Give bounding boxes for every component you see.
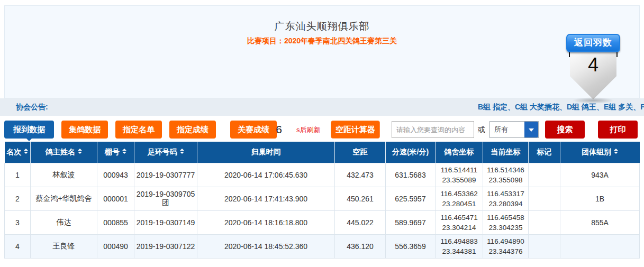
cell-team-group: 1B [560, 187, 640, 211]
refresh-countdown: 6 [271, 121, 287, 139]
print-button[interactable]: 打印 [598, 121, 638, 139]
toolbar-tab[interactable]: 指定名单 [115, 121, 162, 139]
toolbar-tabs: 报到数据集鸽数据指定名单指定成绩关赛成绩 [4, 121, 284, 139]
column-label: 空距 [353, 148, 368, 156]
cell-distance: 450.261 [335, 187, 386, 211]
cell-loft-coord: 116.51441123.355089 [436, 163, 483, 187]
cell-loft-coord: 116.46547123.304214 [436, 211, 483, 235]
sort-icon [24, 149, 28, 154]
returned-count: 4 [588, 54, 598, 99]
column-header-owner[interactable]: 鸽主姓名 [31, 142, 97, 163]
column-header-team-group[interactable]: 团体组别 [560, 142, 640, 163]
sort-icon [614, 149, 618, 154]
table-row: 3伟达0008552019-19-03071492020-06-14 18:16… [5, 211, 640, 235]
distance-calculator-button[interactable]: 空距计算器 [331, 121, 380, 139]
cell-team-group: 855A [560, 211, 640, 235]
cell-owner: 林叙波 [31, 163, 97, 187]
cell-owner: 伟达 [31, 211, 97, 235]
cell-loft-no: 000943 [97, 163, 134, 187]
column-header-current-coord: 当前坐标 [483, 142, 529, 163]
cell-distance: 432.473 [335, 163, 386, 187]
cell-loft-no: 000490 [97, 235, 134, 259]
column-header-rank[interactable]: 名次 [5, 142, 31, 163]
cell-mark [529, 211, 560, 235]
event-subtitle: 比赛项目：2020年春季南北四关鸽王赛第三关 [5, 36, 639, 46]
column-header-arrival-time: 归巢时间 [197, 142, 335, 163]
filter-select[interactable]: 所有 [489, 121, 539, 138]
cell-loft-no: 000001 [97, 187, 134, 211]
column-header-mark: 标记 [529, 142, 560, 163]
search-button[interactable]: 搜索 [545, 121, 585, 139]
cell-current-coord: 116.46545823.304235 [483, 211, 529, 235]
page-title: 广东汕头顺翔俱乐部 [5, 20, 639, 33]
cell-speed: 631.5683 [386, 163, 436, 187]
results-table: 名次鸽主姓名棚号足环号码归巢时间空距分速(米/分)鸽舍坐标当前坐标标记团体组别 … [4, 142, 640, 259]
cell-rank: 1 [5, 163, 31, 187]
badge-shadow [572, 97, 614, 104]
table-row: 4王良锋0004902019-19-03071222020-06-14 18:4… [5, 235, 640, 259]
cell-distance: 445.022 [335, 211, 386, 235]
cell-ring-no: 2019-19-0307122 [134, 235, 197, 259]
cell-mark [529, 163, 560, 187]
column-label: 团体组别 [582, 148, 611, 156]
cell-current-coord: 116.51434623.355098 [483, 163, 529, 187]
cell-arrival-time: 2020-06-14 17:41:43.900 [197, 187, 335, 211]
cell-arrival-time: 2020-06-14 17:06:45.630 [197, 163, 335, 187]
toolbar-tab[interactable]: 集鸽数据 [61, 121, 108, 139]
column-header-speed: 分速(米/分) [386, 142, 436, 163]
toolbar-tab[interactable]: 指定成绩 [169, 121, 216, 139]
table-row: 1林叙波0009432019-19-03077772020-06-14 17:0… [5, 163, 640, 187]
cell-team-group [560, 235, 640, 259]
shield-icon: 4 [570, 48, 616, 99]
search-input[interactable] [392, 121, 474, 138]
column-header-loft-coord: 鸽舍坐标 [436, 142, 483, 163]
toolbar-tab[interactable]: 报到数据 [4, 121, 54, 139]
column-label: 足环号码 [148, 148, 177, 156]
sort-icon [78, 149, 82, 154]
cell-ring-no: 2019-19-0307149 [134, 211, 197, 235]
column-label: 鸽主姓名 [46, 148, 75, 156]
column-label: 棚号 [105, 148, 120, 156]
refresh-suffix-label: s后刷新 [296, 121, 321, 139]
or-label: 或 [478, 121, 485, 139]
cell-owner: 王良锋 [31, 235, 97, 259]
cell-rank: 2 [5, 187, 31, 211]
column-header-loft-no[interactable]: 棚号 [97, 142, 134, 163]
cell-loft-no: 000855 [97, 211, 134, 235]
cell-speed: 589.9697 [386, 211, 436, 235]
column-header-ring-no[interactable]: 足环号码 [134, 142, 197, 163]
event-label: 比赛项目： [247, 36, 284, 45]
cell-rank: 3 [5, 211, 31, 235]
cell-rank: 4 [5, 235, 31, 259]
sort-icon [122, 149, 126, 154]
toolbar-tab[interactable]: 关赛成绩 [230, 121, 277, 139]
cell-current-coord: 116.45331723.280394 [483, 187, 529, 211]
cell-mark [529, 187, 560, 211]
sort-icon [180, 149, 184, 154]
cell-speed: 556.3659 [386, 235, 436, 259]
badge-ribbon: 返回羽数 [566, 34, 620, 52]
chevron-down-icon[interactable] [524, 122, 538, 137]
column-label: 鸽舍坐标 [445, 148, 474, 156]
cell-ring-no: 2019-19-0307777 [134, 163, 197, 187]
filter-select-value: 所有 [494, 122, 508, 137]
cell-loft-coord: 116.45336223.280451 [436, 187, 483, 211]
column-label: 归巢时间 [251, 148, 281, 156]
table-header-row: 名次鸽主姓名棚号足环号码归巢时间空距分速(米/分)鸽舍坐标当前坐标标记团体组别 [5, 142, 640, 163]
cell-speed: 625.5957 [386, 187, 436, 211]
cell-team-group: 943A [560, 163, 640, 187]
cell-distance: 436.120 [335, 235, 386, 259]
race-info-panel: 广东汕头顺翔俱乐部 比赛项目：2020年春季南北四关鸽王赛第三关 [4, 5, 640, 98]
toolbar: 报到数据集鸽数据指定名单指定成绩关赛成绩 6 s后刷新 空距计算器 或 所有 搜… [0, 121, 644, 140]
column-label: 名次 [6, 148, 21, 156]
announcement-bar: 协会公告: B组 指定、C组 大奖插花、D组 鸽王、E组 多关、F [0, 98, 644, 116]
returned-count-badge: 4 返回羽数 [565, 32, 621, 102]
cell-owner: 蔡金鸿+华凯鸽舍 [31, 187, 97, 211]
announcement-label: 协会公告: [16, 103, 48, 112]
cell-loft-coord: 116.49488323.344381 [436, 235, 483, 259]
cell-mark [529, 235, 560, 259]
cell-arrival-time: 2020-06-14 18:16:18.800 [197, 211, 335, 235]
cell-current-coord: 116.49489023.344376 [483, 235, 529, 259]
column-header-distance: 空距 [335, 142, 386, 163]
announcement-marquee: B组 指定、C组 大奖插花、D组 鸽王、E组 多关、F [478, 103, 644, 112]
